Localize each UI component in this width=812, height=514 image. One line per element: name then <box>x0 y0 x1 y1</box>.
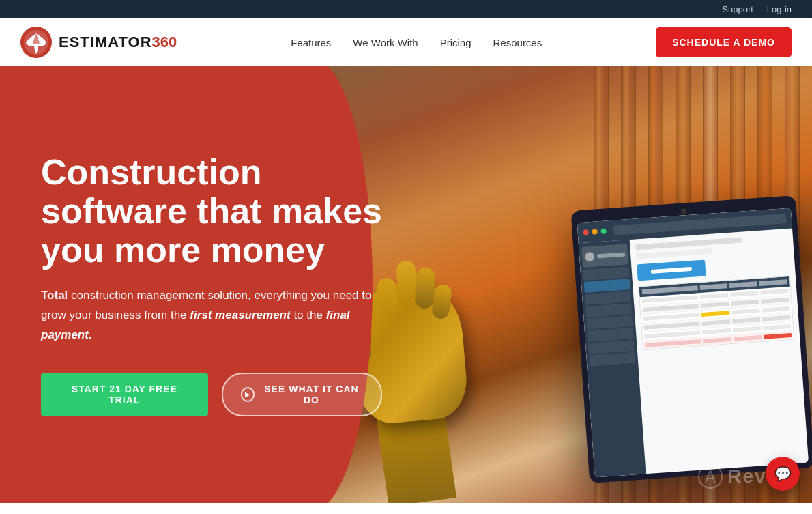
main-navigation: ESTIMATOR360 Features We Work With Prici… <box>0 18 812 66</box>
support-link[interactable]: Support <box>722 4 753 14</box>
chat-button[interactable]: 💬 <box>766 457 800 491</box>
subtitle-total: Total <box>41 289 68 302</box>
svg-point-2 <box>699 465 722 488</box>
top-bar: Support Log-in <box>0 0 812 18</box>
play-icon: ▶ <box>241 387 255 402</box>
trial-button[interactable]: START 21 DAY FREE TRIAL <box>41 373 208 416</box>
hero-section: Construction software that makes you mor… <box>0 66 812 503</box>
chat-icon: 💬 <box>774 466 792 482</box>
tablet <box>570 195 812 483</box>
revain-logo-icon <box>697 463 723 489</box>
subtitle-first-measurement: first measurement <box>190 309 290 322</box>
subtitle-text2: to the <box>291 309 326 322</box>
logo-icon <box>20 27 52 58</box>
nav-pricing[interactable]: Pricing <box>440 37 472 48</box>
logo-text: ESTIMATOR360 <box>59 33 177 51</box>
nav-resources[interactable]: Resources <box>493 37 542 48</box>
login-link[interactable]: Log-in <box>767 4 792 14</box>
hero-left-content: Construction software that makes you mor… <box>0 66 423 503</box>
schedule-demo-button[interactable]: SCHEDULE A DEMO <box>656 27 792 57</box>
logo[interactable]: ESTIMATOR360 <box>20 27 177 58</box>
nav-features[interactable]: Features <box>291 37 331 48</box>
watch-demo-label: SEE WHAT IT CAN DO <box>260 384 363 405</box>
hero-title: Construction software that makes you mor… <box>41 153 382 270</box>
hero-subtitle: Total construction management solution, … <box>41 286 382 345</box>
nav-we-work-with[interactable]: We Work With <box>353 37 418 48</box>
nav-links: Features We Work With Pricing Resources <box>291 37 542 48</box>
watch-demo-button[interactable]: ▶ SEE WHAT IT CAN DO <box>222 373 382 416</box>
hero-buttons: START 21 DAY FREE TRIAL ▶ SEE WHAT IT CA… <box>41 373 382 416</box>
